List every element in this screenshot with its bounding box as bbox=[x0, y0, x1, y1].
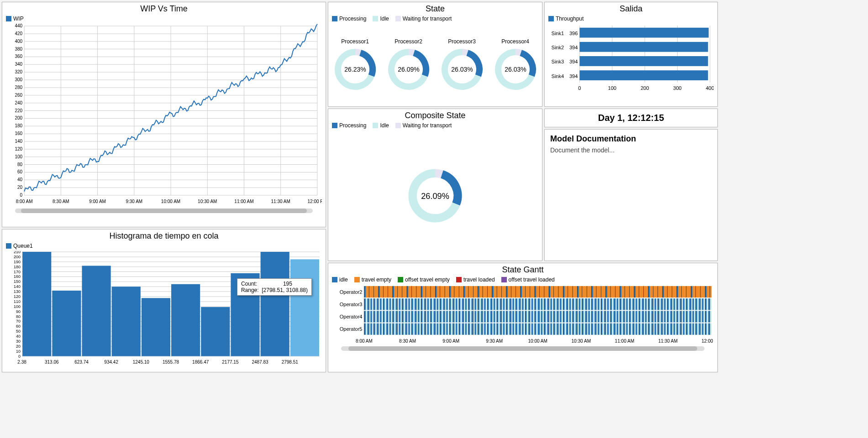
doc-body[interactable]: Document the model... bbox=[545, 146, 717, 154]
svg-rect-797 bbox=[424, 311, 426, 322]
svg-rect-833 bbox=[467, 311, 468, 322]
svg-rect-1180 bbox=[528, 323, 530, 335]
svg-rect-1198 bbox=[549, 323, 549, 335]
svg-rect-438 bbox=[697, 286, 699, 297]
donut[interactable]: Processor426.03% bbox=[493, 38, 538, 92]
svg-rect-278 bbox=[508, 286, 510, 297]
svg-rect-616 bbox=[558, 298, 559, 310]
svg-rect-1094 bbox=[426, 323, 426, 335]
svg-text:12:00 PM: 12:00 PM bbox=[701, 339, 714, 344]
svg-rect-359 bbox=[604, 286, 606, 297]
svg-text:180: 180 bbox=[14, 265, 21, 269]
legend-item: Waiting for transport bbox=[395, 122, 452, 129]
svg-rect-788 bbox=[413, 311, 415, 322]
svg-rect-921 bbox=[571, 311, 573, 322]
svg-rect-1236 bbox=[594, 323, 596, 335]
svg-rect-255 bbox=[481, 286, 483, 297]
svg-rect-554 bbox=[486, 298, 488, 310]
donut[interactable]: Processor126.23% bbox=[332, 38, 378, 92]
svg-rect-912 bbox=[560, 311, 562, 322]
svg-rect-1178 bbox=[525, 323, 526, 335]
panel-wip-vs-time: WIP Vs Time WIP 020406080100120140160180… bbox=[2, 2, 326, 227]
svg-rect-1048 bbox=[372, 323, 374, 335]
gantt-chart[interactable]: Operator2Operator3Operator4Operator58:00… bbox=[332, 285, 714, 344]
svg-text:10:30 AM: 10:30 AM bbox=[198, 199, 217, 204]
svg-rect-299 bbox=[533, 286, 535, 297]
wip-line-chart[interactable]: 0204060801001201401601802002202402602803… bbox=[6, 24, 322, 207]
svg-rect-1270 bbox=[634, 323, 635, 335]
svg-rect-601 bbox=[541, 298, 543, 310]
svg-rect-399 bbox=[652, 286, 653, 297]
svg-rect-849 bbox=[486, 311, 488, 322]
svg-rect-903 bbox=[549, 311, 549, 322]
svg-rect-1267 bbox=[631, 323, 633, 335]
svg-rect-371 bbox=[618, 286, 620, 297]
svg-text:12:00 PM: 12:00 PM bbox=[308, 199, 322, 204]
svg-rect-777 bbox=[400, 311, 402, 322]
svg-text:40: 40 bbox=[16, 334, 21, 339]
donut[interactable]: Processor326.03% bbox=[439, 38, 485, 92]
svg-rect-1186 bbox=[535, 323, 535, 335]
svg-rect-378 bbox=[626, 286, 628, 297]
svg-rect-225 bbox=[445, 286, 445, 297]
doc-title: Model Documentation bbox=[545, 130, 717, 146]
svg-text:60: 60 bbox=[16, 324, 21, 328]
x-scrollbar[interactable] bbox=[15, 209, 313, 213]
svg-rect-943 bbox=[596, 311, 597, 322]
svg-rect-361 bbox=[605, 286, 606, 297]
svg-rect-895 bbox=[539, 311, 540, 322]
svg-rect-1243 bbox=[602, 323, 604, 335]
svg-rect-718 bbox=[680, 298, 682, 310]
svg-rect-1072 bbox=[400, 323, 402, 335]
svg-rect-813 bbox=[443, 311, 445, 322]
svg-rect-1059 bbox=[384, 323, 386, 335]
svg-rect-610 bbox=[552, 298, 554, 310]
svg-rect-1058 bbox=[383, 323, 384, 335]
histogram-chart[interactable]: 0102030405060708090100110120130140150160… bbox=[6, 251, 322, 365]
svg-rect-879 bbox=[521, 311, 521, 322]
svg-rect-809 bbox=[438, 311, 440, 322]
svg-rect-454 bbox=[367, 298, 369, 310]
svg-rect-509 bbox=[432, 298, 434, 310]
svg-rect-548 bbox=[478, 298, 478, 310]
svg-rect-767 bbox=[388, 311, 388, 322]
svg-rect-1158 bbox=[501, 323, 502, 335]
svg-rect-1095 bbox=[427, 323, 429, 335]
svg-rect-710 bbox=[670, 298, 672, 310]
donut[interactable]: Processor226.09% bbox=[386, 38, 431, 92]
salida-bar-chart[interactable]: 0100200300400Sink1396Sink2394Sink3394Sin… bbox=[548, 24, 714, 93]
svg-rect-658 bbox=[609, 298, 610, 310]
x-scrollbar[interactable] bbox=[341, 346, 705, 351]
svg-rect-935 bbox=[587, 311, 587, 322]
donut[interactable]: 26.09% bbox=[405, 166, 465, 225]
svg-text:110: 110 bbox=[14, 299, 21, 304]
svg-rect-493 bbox=[413, 298, 415, 310]
svg-rect-920 bbox=[569, 311, 571, 322]
svg-text:Operator4: Operator4 bbox=[340, 314, 363, 319]
svg-rect-183 bbox=[396, 286, 398, 297]
chart-title: WIP Vs Time bbox=[2, 2, 326, 15]
svg-rect-534 bbox=[462, 298, 464, 310]
svg-rect-1028 bbox=[697, 311, 699, 322]
svg-rect-803 bbox=[431, 311, 431, 322]
donut-label: Processor2 bbox=[395, 38, 422, 45]
svg-rect-1203 bbox=[555, 323, 557, 335]
svg-rect-975 bbox=[634, 311, 635, 322]
svg-rect-1314 bbox=[686, 323, 687, 335]
svg-rect-1087 bbox=[418, 323, 420, 335]
svg-rect-1298 bbox=[667, 323, 668, 335]
svg-rect-1017 bbox=[684, 311, 686, 322]
svg-rect-1139 bbox=[479, 323, 481, 335]
svg-rect-1070 bbox=[397, 323, 398, 335]
svg-rect-722 bbox=[684, 298, 686, 310]
svg-rect-1211 bbox=[564, 323, 566, 335]
svg-rect-1078 bbox=[407, 323, 407, 335]
svg-rect-801 bbox=[429, 311, 431, 322]
svg-rect-195 bbox=[410, 286, 412, 297]
svg-rect-991 bbox=[653, 311, 653, 322]
svg-rect-1250 bbox=[610, 323, 611, 335]
svg-rect-181 bbox=[393, 286, 393, 297]
svg-rect-375 bbox=[623, 286, 625, 297]
svg-rect-350 bbox=[593, 286, 595, 297]
svg-text:90: 90 bbox=[16, 309, 21, 314]
